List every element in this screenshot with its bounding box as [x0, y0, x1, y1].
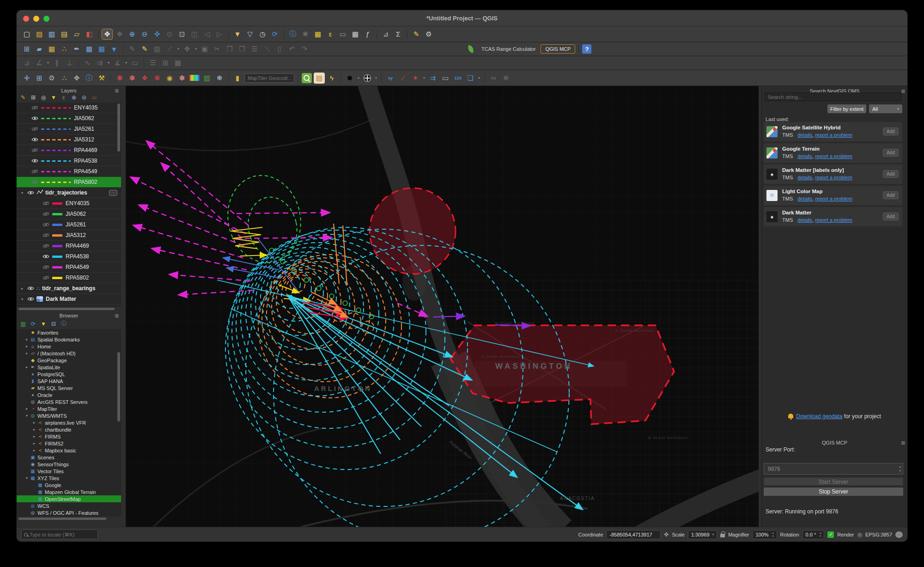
expand-arrow-icon[interactable]: ▸: [24, 407, 30, 411]
add-vector-tile-layer-icon[interactable]: ▼: [109, 43, 120, 55]
undo-icon[interactable]: ↶: [286, 43, 298, 55]
style-manager-icon[interactable]: ◧: [84, 29, 95, 40]
qms-result-light-color-map[interactable]: ≋Light Color MapTMSdetails, report a pro…: [764, 186, 902, 205]
mcp-close-icon[interactable]: ⊠: [901, 440, 905, 445]
dropdown-caret[interactable]: ▾: [124, 61, 128, 65]
measure-ruler-tool-icon[interactable]: ▭: [440, 73, 451, 84]
data-source-manager-icon[interactable]: ⊞: [21, 43, 32, 55]
layout-manager-icon[interactable]: ▱: [71, 29, 82, 40]
details-link[interactable]: details: [797, 175, 812, 180]
layer-item-JIA5062[interactable]: JIA5062: [17, 113, 121, 124]
browser-item-wcs[interactable]: ◎WCS: [17, 502, 121, 509]
toggle-editing-icon[interactable]: ✎: [139, 43, 150, 55]
manage-map-themes-icon[interactable]: ◎: [40, 94, 47, 101]
expand-all-icon[interactable]: ⊕: [70, 94, 78, 101]
zoom-to-selection-icon[interactable]: ⊙: [164, 29, 175, 40]
plugin-layer-pin-icon[interactable]: ✛: [21, 73, 32, 84]
new-annotation-icon[interactable]: ✎: [411, 29, 422, 40]
new-project-icon[interactable]: ▢: [21, 29, 32, 40]
trash-icon[interactable]: ▯: [274, 43, 285, 55]
browser-item-mapzen-global-terrain[interactable]: ▦Mapzen Global Terrain: [17, 488, 121, 495]
browser-item-favorites[interactable]: ★Favorites: [17, 329, 121, 336]
common-angle-snap-icon[interactable]: ∡: [112, 57, 123, 68]
browser-item-xyz-tiles[interactable]: ▾▦XYZ Tiles: [17, 475, 121, 482]
kml-tools-icon[interactable]: ϟ: [326, 73, 337, 84]
add-point-cloud-layer-icon[interactable]: ∴: [59, 43, 70, 55]
plugin-identify-icon[interactable]: ⓘ: [84, 73, 95, 84]
visibility-eye-icon[interactable]: [31, 159, 38, 163]
add-button[interactable]: Add: [883, 149, 899, 157]
browser-filter-icon[interactable]: ▼: [40, 321, 47, 327]
visibility-eye-icon[interactable]: [31, 137, 38, 142]
layer-item-ENY4035[interactable]: ENY4035: [17, 103, 121, 113]
dropdown-caret[interactable]: ▾: [477, 76, 481, 80]
zoom-last-icon[interactable]: ◁: [201, 29, 213, 40]
browser-hscrollbar[interactable]: [18, 518, 106, 520]
run-feature-action-icon[interactable]: ✱: [300, 29, 311, 40]
visibility-eye-off-icon[interactable]: [43, 275, 49, 280]
browser-item--macintosh-hd-[interactable]: ▸▱/ (Macintosh HD): [17, 350, 121, 357]
visibility-eye-off-icon[interactable]: [43, 233, 49, 238]
visibility-eye-icon[interactable]: [27, 286, 34, 291]
filter-legend-icon[interactable]: ▼: [50, 94, 57, 101]
browser-item-firms[interactable]: ▸≺FIRMS: [17, 433, 121, 440]
layers-vscrollbar[interactable]: [117, 104, 120, 152]
dropdown-caret[interactable]: ▾: [176, 47, 180, 51]
layer-group-tidr_range_bearings[interactable]: ▸∴tidr_range_bearings: [17, 283, 121, 294]
visibility-eye-off-icon[interactable]: [31, 148, 38, 152]
layer-group-tidr_trajectories[interactable]: ▾tidr_trajectories⋯: [17, 188, 121, 198]
plugin-processing-icon[interactable]: ⚙: [46, 73, 57, 84]
report-problem-link[interactable]: report a problem: [815, 153, 852, 159]
report-problem-link[interactable]: report a problem: [815, 132, 852, 138]
visibility-eye-off-icon[interactable]: [31, 169, 38, 174]
browser-item-wfs-ogc-api-features[interactable]: ◎WFS / OGC API - Features: [17, 509, 121, 516]
layer-item-JIA5312[interactable]: JIA5312: [17, 134, 121, 145]
field-calculator-icon[interactable]: ƒ: [362, 29, 373, 40]
browser-close-icon[interactable]: ⊠: [115, 312, 119, 320]
geocoding-search-icon[interactable]: [301, 73, 312, 84]
cut-features-icon[interactable]: ✂: [212, 43, 223, 55]
report-problem-link[interactable]: report a problem: [815, 196, 852, 201]
tcas-tool-1-icon[interactable]: ✽: [114, 73, 125, 84]
tcas-tool-4-icon[interactable]: ✽: [152, 73, 163, 84]
browser-item-mapbox-basic[interactable]: ▸≺Mapbox basic: [17, 447, 121, 454]
blue-shape-tool-icon[interactable]: ❏: [465, 73, 476, 84]
redo-icon[interactable]: ↷: [299, 43, 310, 55]
browser-item-wms-wmts[interactable]: ▾◎WMS/WMTS: [17, 412, 121, 419]
details-link[interactable]: details: [797, 132, 812, 138]
advanced-digitizing-icon[interactable]: ⊿: [21, 57, 32, 68]
plugin-move-icon[interactable]: ✥: [71, 73, 82, 84]
dropdown-caret[interactable]: ▾: [107, 61, 110, 65]
browser-properties-icon[interactable]: ⓘ: [60, 320, 67, 328]
quickmap-services-icon[interactable]: ▨: [314, 73, 325, 84]
parallel-constraint-icon[interactable]: ∥: [51, 57, 62, 68]
browser-item-openstreetmap[interactable]: ▦OpenStreetMap: [17, 495, 121, 502]
visibility-eye-off-icon[interactable]: [43, 212, 49, 216]
visibility-eye-icon[interactable]: [43, 254, 49, 259]
move-feature-icon[interactable]: ✥: [182, 43, 193, 55]
dropdown-caret[interactable]: ▾: [194, 47, 198, 51]
report-problem-link[interactable]: report a problem: [815, 175, 852, 180]
snowflake-icon[interactable]: ❄: [214, 73, 225, 84]
layer-item-RPA4469[interactable]: RPA4469: [17, 145, 121, 156]
extents-toggle-icon[interactable]: ✜: [664, 531, 669, 538]
expand-arrow-icon[interactable]: ▸: [24, 337, 30, 341]
collapse-all-icon[interactable]: ⊖: [80, 94, 88, 101]
expand-arrow-icon[interactable]: ▸: [31, 441, 37, 445]
add-button[interactable]: Add: [883, 170, 899, 178]
reshape-features-icon[interactable]: ⟍: [261, 43, 273, 55]
browser-item-maptiler[interactable]: ▸◔MapTiler: [17, 405, 121, 412]
expand-arrow-icon[interactable]: ▾: [24, 476, 30, 480]
map-canvas[interactable]: K Street Northwest H Street Northeast E …: [126, 86, 759, 527]
plugin-points-icon[interactable]: ∴: [59, 73, 70, 84]
browser-collapse-all-icon[interactable]: ⊟: [50, 321, 57, 327]
construction-mode-icon[interactable]: ∠: [34, 57, 45, 68]
browser-item-arcgis-rest-servers[interactable]: ◎ArcGIS REST Servers: [17, 398, 121, 405]
processing-toolbox-icon[interactable]: ⚙: [423, 29, 434, 40]
browser-item-vector-tiles[interactable]: ▦Vector Tiles: [17, 468, 121, 475]
browser-item-oracle[interactable]: ●Oracle: [17, 391, 121, 398]
azimuth-tool-icon[interactable]: Az: [488, 73, 499, 84]
visibility-eye-off-icon[interactable]: [43, 201, 49, 206]
browser-item-google[interactable]: ▦Google: [17, 482, 121, 488]
offset-tool-icon[interactable]: ⇉: [94, 57, 105, 68]
